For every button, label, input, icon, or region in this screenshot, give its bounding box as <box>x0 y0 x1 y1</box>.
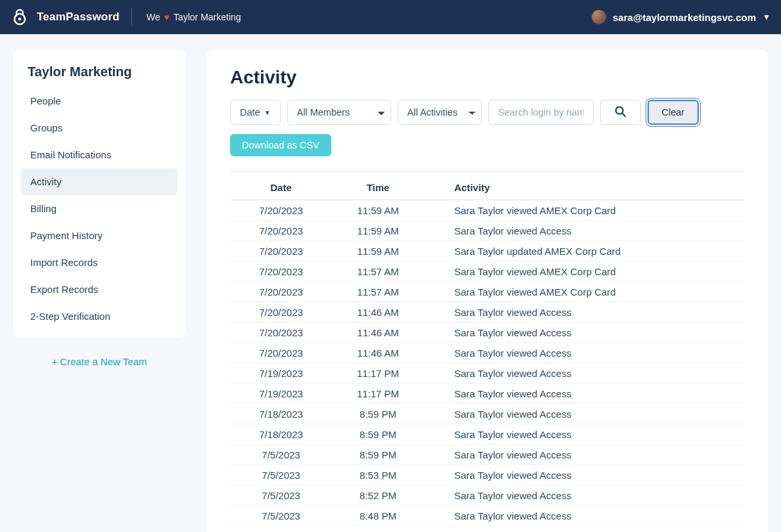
table-row: 7/20/202311:46 AMSara Taylor viewed Acce… <box>230 302 744 322</box>
cell-time: 11:59 AM <box>332 200 424 221</box>
cell-date: 7/5/2023 <box>230 526 332 533</box>
cell-time: 11:46 AM <box>332 302 424 322</box>
table-row: 7/5/20238:48 PMSara Taylor viewed Hong K… <box>230 526 744 533</box>
cell-activity: Sara Taylor viewed Access <box>424 384 744 404</box>
cell-time: 8:52 PM <box>332 485 424 506</box>
cell-date: 7/18/2023 <box>230 404 332 424</box>
cell-activity: Sara Taylor updated AMEX Corp Card <box>424 241 744 261</box>
cell-activity: Sara Taylor viewed Access <box>424 465 744 485</box>
cell-time: 8:53 PM <box>332 465 424 485</box>
cell-time: 11:57 AM <box>332 261 424 282</box>
cell-time: 11:17 PM <box>332 384 424 404</box>
lock-icon <box>11 8 29 26</box>
tagline-prefix: We <box>147 12 160 22</box>
user-email: sara@taylormarketingsvc.com <box>613 12 756 23</box>
cell-activity: Sara Taylor viewed Access <box>424 424 744 445</box>
sidebar-item-email-notifications[interactable]: Email Notifications <box>21 141 178 168</box>
cell-date: 7/19/2023 <box>230 363 332 384</box>
download-csv-button[interactable]: Download as CSV <box>230 134 331 156</box>
user-menu[interactable]: sara@taylormarketingsvc.com ▼ <box>592 10 770 24</box>
table-row: 7/20/202311:46 AMSara Taylor viewed Acce… <box>230 343 744 363</box>
date-filter-button[interactable]: Date ▼ <box>230 100 281 125</box>
cell-activity: Sara Taylor viewed Hong Kong Bank <box>424 526 744 533</box>
cell-date: 7/20/2023 <box>230 221 332 241</box>
activity-table: Date Time Activity 7/20/202311:59 AMSara… <box>230 175 744 532</box>
cell-date: 7/20/2023 <box>230 343 332 363</box>
filter-row: Date ▼ All Members All Activities Clear <box>230 100 744 125</box>
table-row: 7/5/20238:48 PMSara Taylor viewed Access <box>230 506 744 526</box>
clear-button[interactable]: Clear <box>648 100 699 125</box>
main-panel: Activity Date ▼ All Members All Activiti… <box>206 50 768 532</box>
sidebar-title: Taylor Marketing <box>21 64 178 87</box>
table-row: 7/20/202311:57 AMSara Taylor viewed AMEX… <box>230 282 744 302</box>
logo-block[interactable]: TeamPassword <box>11 8 132 26</box>
sidebar-item-billing[interactable]: Billing <box>21 195 178 222</box>
tagline: We ♥ Taylor Marketing <box>147 12 241 22</box>
cell-activity: Sara Taylor viewed Access <box>424 221 744 241</box>
search-input[interactable] <box>488 100 594 125</box>
cell-date: 7/5/2023 <box>230 465 332 485</box>
cell-time: 8:59 PM <box>332 445 424 465</box>
cell-activity: Sara Taylor viewed AMEX Corp Card <box>424 282 744 302</box>
table-row: 7/5/20238:52 PMSara Taylor viewed Access <box>230 485 744 506</box>
topbar: TeamPassword We ♥ Taylor Marketing sara@… <box>0 0 781 34</box>
tagline-suffix: Taylor Marketing <box>174 12 241 22</box>
cell-activity: Sara Taylor viewed Access <box>424 404 744 424</box>
cell-date: 7/18/2023 <box>230 424 332 445</box>
caret-down-icon: ▼ <box>264 109 271 116</box>
cell-activity: Sara Taylor viewed Access <box>424 506 744 526</box>
table-row: 7/19/202311:17 PMSara Taylor viewed Acce… <box>230 384 744 404</box>
sidebar-item-people[interactable]: People <box>21 87 178 114</box>
table-row: 7/18/20238:59 PMSara Taylor viewed Acces… <box>230 404 744 424</box>
cell-date: 7/5/2023 <box>230 485 332 506</box>
table-row: 7/20/202311:59 AMSara Taylor updated AME… <box>230 241 744 261</box>
cell-time: 8:48 PM <box>332 506 424 526</box>
heart-icon: ♥ <box>164 12 170 22</box>
table-row: 7/20/202311:57 AMSara Taylor viewed AMEX… <box>230 261 744 282</box>
activities-select[interactable]: All Activities <box>398 100 482 125</box>
members-select[interactable]: All Members <box>287 100 391 125</box>
table-row: 7/19/202311:17 PMSara Taylor viewed Acce… <box>230 363 744 384</box>
cell-activity: Sara Taylor viewed AMEX Corp Card <box>424 261 744 282</box>
chevron-down-icon: ▼ <box>763 12 770 22</box>
table-row: 7/20/202311:59 AMSara Taylor viewed Acce… <box>230 221 744 241</box>
cell-activity: Sara Taylor viewed AMEX Corp Card <box>424 200 744 221</box>
cell-date: 7/20/2023 <box>230 302 332 322</box>
sidebar-item-payment-history[interactable]: Payment History <box>21 222 178 249</box>
sidebar-item-2-step-verification[interactable]: 2-Step Verification <box>21 303 178 330</box>
cell-date: 7/19/2023 <box>230 384 332 404</box>
cell-date: 7/5/2023 <box>230 506 332 526</box>
brand-name: TeamPassword <box>37 11 120 24</box>
cell-date: 7/20/2023 <box>230 322 332 343</box>
table-row: 7/5/20238:53 PMSara Taylor viewed Access <box>230 465 744 485</box>
table-row: 7/20/202311:59 AMSara Taylor viewed AMEX… <box>230 200 744 221</box>
sidebar-item-groups[interactable]: Groups <box>21 114 178 141</box>
sidebar-item-export-records[interactable]: Export Records <box>21 276 178 303</box>
date-filter-label: Date <box>240 107 260 118</box>
cell-activity: Sara Taylor viewed Access <box>424 322 744 343</box>
col-time: Time <box>332 175 424 200</box>
cell-activity: Sara Taylor viewed Access <box>424 445 744 465</box>
cell-activity: Sara Taylor viewed Access <box>424 343 744 363</box>
cell-time: 8:59 PM <box>332 404 424 424</box>
cell-time: 11:59 AM <box>332 241 424 261</box>
create-team-link[interactable]: + Create a New Team <box>13 356 185 367</box>
cell-time: 11:46 AM <box>332 343 424 363</box>
sidebar-item-import-records[interactable]: Import Records <box>21 249 178 276</box>
svg-line-3 <box>622 113 625 116</box>
cell-time: 11:46 AM <box>332 322 424 343</box>
col-date: Date <box>230 175 332 200</box>
cell-activity: Sara Taylor viewed Access <box>424 363 744 384</box>
search-button[interactable] <box>600 100 641 125</box>
sidebar-item-activity[interactable]: Activity <box>21 168 178 195</box>
avatar <box>592 10 606 24</box>
cell-time: 11:59 AM <box>332 221 424 241</box>
table-row: 7/5/20238:59 PMSara Taylor viewed Access <box>230 445 744 465</box>
cell-date: 7/5/2023 <box>230 445 332 465</box>
cell-date: 7/20/2023 <box>230 241 332 261</box>
cell-time: 11:17 PM <box>332 363 424 384</box>
cell-time: 8:48 PM <box>332 526 424 533</box>
cell-date: 7/20/2023 <box>230 200 332 221</box>
cell-activity: Sara Taylor viewed Access <box>424 302 744 322</box>
cell-activity: Sara Taylor viewed Access <box>424 485 744 506</box>
